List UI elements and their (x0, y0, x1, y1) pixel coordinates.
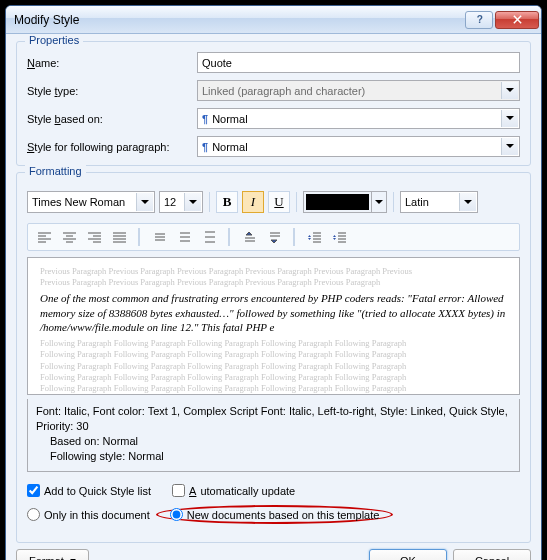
style-description: Font: Italic, Font color: Text 1, Comple… (27, 399, 520, 472)
following-style-label: Style for following paragraph: (27, 141, 197, 153)
size-combo[interactable]: 12 (159, 191, 203, 213)
ghost-text: Following Paragraph Following Paragraph … (40, 349, 507, 359)
properties-legend: Properties (25, 34, 83, 46)
separator (393, 192, 394, 212)
chevron-down-icon[interactable] (501, 110, 518, 127)
bold-button[interactable]: B (216, 191, 238, 213)
name-input[interactable]: Quote (197, 52, 520, 73)
formatting-legend: Formatting (25, 165, 86, 177)
space-before-dec-icon[interactable] (263, 227, 285, 247)
auto-update-checkbox[interactable]: Automatically update (172, 484, 295, 497)
ok-button[interactable]: OK (369, 549, 447, 560)
spacing-15-icon[interactable] (173, 227, 195, 247)
align-right-icon[interactable] (83, 227, 105, 247)
chevron-down-icon[interactable] (136, 193, 153, 211)
underline-button[interactable]: U (268, 191, 290, 213)
font-toolbar: Times New Roman 12 B I U Latin (27, 191, 520, 213)
chevron-down-icon[interactable] (501, 138, 518, 155)
paragraph-toolbar (27, 223, 520, 251)
font-combo[interactable]: Times New Roman (27, 191, 155, 213)
titlebar: Modify Style ? (6, 6, 541, 34)
modify-style-dialog: Modify Style ? Properties Name: Quote St… (5, 5, 542, 560)
svg-text:?: ? (476, 14, 482, 25)
align-left-icon[interactable] (33, 227, 55, 247)
space-before-inc-icon[interactable] (238, 227, 260, 247)
ghost-text: Previous Paragraph Previous Paragraph Pr… (40, 277, 507, 287)
name-label: Name: (27, 57, 197, 69)
color-swatch (306, 194, 369, 210)
separator (228, 228, 230, 246)
style-type-combo: Linked (paragraph and character) (197, 80, 520, 101)
following-style-combo[interactable]: ¶Normal (197, 136, 520, 157)
align-justify-icon[interactable] (108, 227, 130, 247)
checkbox-row: Add to Quick Style list Automatically up… (27, 484, 520, 499)
indent-inc-icon[interactable] (328, 227, 350, 247)
italic-button[interactable]: I (242, 191, 264, 213)
new-documents-radio[interactable]: New documents based on this template (170, 508, 380, 521)
style-type-label: Style type: (27, 85, 197, 97)
ghost-text: Following Paragraph Following Paragraph … (40, 338, 507, 348)
highlight-ring: New documents based on this template (156, 505, 394, 524)
separator (209, 192, 210, 212)
separator (296, 192, 297, 212)
chevron-down-icon (68, 555, 76, 560)
chevron-down-icon[interactable] (459, 193, 476, 211)
ghost-text: Following Paragraph Following Paragraph … (40, 383, 507, 393)
ghost-text: Following Paragraph Following Paragraph … (40, 361, 507, 371)
ghost-text: Previous Paragraph Previous Paragraph Pr… (40, 266, 507, 276)
window-title: Modify Style (14, 13, 463, 27)
based-on-combo[interactable]: ¶Normal (197, 108, 520, 129)
chevron-down-icon[interactable] (371, 192, 386, 212)
spacing-1-icon[interactable] (148, 227, 170, 247)
format-button[interactable]: Format (16, 549, 89, 560)
chevron-down-icon (501, 82, 518, 99)
indent-dec-icon[interactable] (303, 227, 325, 247)
only-document-radio[interactable]: Only in this document (27, 508, 150, 521)
language-combo[interactable]: Latin (400, 191, 478, 213)
align-center-icon[interactable] (58, 227, 80, 247)
ghost-text: Following Paragraph Following Paragraph … (40, 372, 507, 382)
properties-group: Properties Name: Quote Style type: Linke… (16, 41, 531, 166)
pilcrow-icon: ¶ (202, 141, 208, 153)
font-color-picker[interactable] (303, 191, 387, 213)
radio-row: Only in this document New documents base… (27, 505, 520, 524)
preview-pane: Previous Paragraph Previous Paragraph Pr… (27, 257, 520, 395)
dialog-footer: Format OK Cancel (16, 549, 531, 560)
cancel-button[interactable]: Cancel (453, 549, 531, 560)
spacing-2-icon[interactable] (198, 227, 220, 247)
chevron-down-icon[interactable] (184, 193, 201, 211)
pilcrow-icon: ¶ (202, 113, 208, 125)
help-button[interactable]: ? (465, 11, 493, 29)
quick-style-checkbox[interactable]: Add to Quick Style list (27, 484, 151, 497)
sample-text: One of the most common and frustrating e… (40, 291, 507, 334)
based-on-label: Style based on: (27, 113, 197, 125)
formatting-group: Formatting Times New Roman 12 B I U Lati… (16, 172, 531, 543)
close-button[interactable] (495, 11, 539, 29)
separator (138, 228, 140, 246)
separator (293, 228, 295, 246)
